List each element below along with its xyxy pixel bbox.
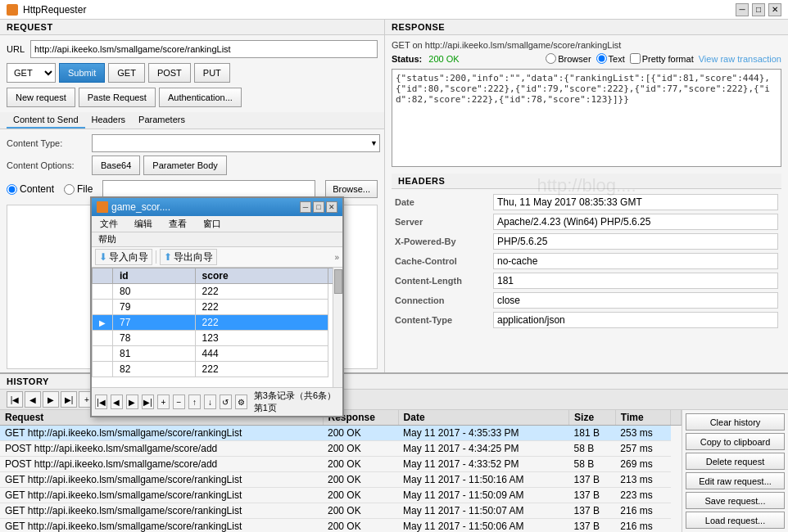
popup-toolbar: ⬇ 导入向导 ⬆ 导出向导 » bbox=[92, 247, 342, 268]
row-id: 79 bbox=[113, 300, 196, 315]
post-button[interactable]: POST bbox=[148, 63, 191, 83]
submit-button[interactable]: Submit bbox=[59, 63, 105, 83]
save-request-button[interactable]: Save request... bbox=[686, 492, 785, 509]
base64-button[interactable]: Base64 bbox=[92, 156, 140, 175]
menu-window[interactable]: 窗口 bbox=[195, 216, 229, 232]
content-type-select[interactable] bbox=[92, 134, 380, 152]
history-row[interactable]: GET http://api.ikeeko.lsm/smallgame/scor… bbox=[0, 472, 682, 488]
popup-next-btn[interactable]: ▶ bbox=[126, 394, 138, 409]
history-time: 257 ms bbox=[615, 441, 670, 457]
row-score: 222 bbox=[195, 315, 328, 331]
minimize-button[interactable]: ─ bbox=[736, 3, 749, 16]
row-id: 82 bbox=[113, 362, 196, 377]
scrollbar-thumb[interactable] bbox=[334, 269, 342, 294]
edit-raw-button[interactable]: Edit raw request... bbox=[686, 472, 785, 489]
new-request-button[interactable]: New request bbox=[7, 88, 75, 107]
tab-parameters[interactable]: Parameters bbox=[132, 112, 192, 128]
popup-close-btn[interactable]: ✕ bbox=[326, 201, 337, 213]
popup-delete-row-btn[interactable]: − bbox=[173, 394, 185, 409]
table-scrollbar[interactable] bbox=[333, 268, 342, 387]
url-row: URL bbox=[7, 40, 378, 58]
popup-menu-bar: 文件 编辑 查看 窗口 bbox=[92, 216, 342, 232]
history-row[interactable]: POST http://api.ikeeko.lsm/smallgame/sco… bbox=[0, 441, 682, 457]
history-size: 137 B bbox=[569, 472, 616, 488]
table-row[interactable]: ▶ 77 222 bbox=[93, 315, 342, 331]
view-raw-link[interactable]: View raw transaction bbox=[699, 54, 781, 64]
popup-more-btn[interactable]: » bbox=[334, 253, 339, 262]
popup-prev-btn[interactable]: ◀ bbox=[111, 394, 123, 409]
popup-app-icon bbox=[97, 201, 108, 213]
history-date: May 11 2017 - 4:34:25 PM bbox=[398, 441, 569, 457]
popup-up-row-btn[interactable]: ↑ bbox=[188, 394, 201, 409]
id-col-header: id bbox=[113, 268, 196, 284]
popup-settings-btn[interactable]: ⚙ bbox=[235, 394, 247, 409]
delete-request-button[interactable]: Delete request bbox=[686, 453, 785, 470]
popup-refresh-btn[interactable]: ↺ bbox=[220, 394, 232, 409]
status-label: Status: bbox=[392, 54, 422, 64]
history-first-btn[interactable]: |◀ bbox=[7, 391, 23, 408]
authentication-button[interactable]: Authentication... bbox=[159, 88, 242, 107]
file-radio[interactable]: File bbox=[64, 183, 93, 195]
response-url: GET on http://api.ikeeko.lsm/smallgame/s… bbox=[392, 38, 781, 52]
content-input[interactable] bbox=[102, 180, 315, 198]
clear-history-button[interactable]: Clear history bbox=[686, 413, 785, 431]
popup-first-btn[interactable]: |◀ bbox=[95, 394, 107, 409]
popup-minimize-btn[interactable]: ─ bbox=[300, 201, 311, 213]
content-radio[interactable]: Content bbox=[7, 183, 54, 195]
history-response: 200 OK bbox=[323, 441, 398, 457]
browse-button[interactable]: Browse... bbox=[325, 180, 378, 198]
history-row[interactable]: GET http://api.ikeeko.lsm/smallgame/scor… bbox=[0, 519, 682, 533]
history-date: May 11 2017 - 11:50:09 AM bbox=[398, 488, 569, 503]
history-date: May 11 2017 - 11:50:06 AM bbox=[398, 519, 569, 533]
browser-radio[interactable]: Browser bbox=[546, 53, 591, 64]
history-response: 200 OK bbox=[323, 488, 398, 503]
popup-maximize-btn[interactable]: □ bbox=[313, 201, 324, 213]
copy-clipboard-button[interactable]: Copy to clipboard bbox=[686, 433, 785, 450]
paste-request-button[interactable]: Paste Request bbox=[79, 88, 156, 107]
history-request: GET http://api.ikeeko.lsm/smallgame/scor… bbox=[0, 472, 323, 488]
menu-edit[interactable]: 编辑 bbox=[126, 216, 161, 232]
popup-last-btn[interactable]: ▶| bbox=[142, 394, 154, 409]
history-last-btn[interactable]: ▶| bbox=[61, 391, 77, 408]
history-row[interactable]: GET http://api.ikeeko.lsm/smallgame/scor… bbox=[0, 488, 682, 503]
maximize-button[interactable]: □ bbox=[752, 3, 765, 16]
menu-view[interactable]: 查看 bbox=[161, 216, 195, 232]
parameter-body-button[interactable]: Parameter Body bbox=[143, 156, 226, 175]
table-row[interactable]: 80 222 bbox=[93, 284, 342, 300]
content-options-row: Content Options: Base64 Parameter Body bbox=[0, 154, 384, 177]
popup-down-row-btn[interactable]: ↓ bbox=[204, 394, 216, 409]
table-row[interactable]: 82 222 bbox=[93, 362, 342, 377]
header-row: Cache-Control no-cache bbox=[392, 251, 781, 271]
pretty-radio[interactable]: Pretty format bbox=[630, 53, 694, 64]
history-row[interactable]: GET http://api.ikeeko.lsm/smallgame/scor… bbox=[0, 426, 682, 441]
get-button[interactable]: GET bbox=[108, 63, 145, 83]
tab-content-to-send[interactable]: Content to Send bbox=[7, 112, 85, 128]
url-input[interactable] bbox=[30, 40, 378, 58]
header-name: Content-Type bbox=[392, 310, 490, 330]
history-row[interactable]: GET http://api.ikeeko.lsm/smallgame/scor… bbox=[0, 503, 682, 519]
history-table: Request Response Date Size Time GET http… bbox=[0, 410, 682, 532]
history-row[interactable]: POST http://api.ikeeko.lsm/smallgame/sco… bbox=[0, 457, 682, 472]
popup-bottom-toolbar: |◀ ◀ ▶ ▶| + − ↑ ↓ ↺ ⚙ 第3条记录（共6条）第1页 bbox=[92, 387, 342, 416]
history-prev-btn[interactable]: ◀ bbox=[25, 391, 41, 408]
export-wizard-btn[interactable]: ⬆ 导出向导 bbox=[160, 249, 217, 265]
history-request: GET http://api.ikeeko.lsm/smallgame/scor… bbox=[0, 426, 323, 441]
table-row[interactable]: 81 444 bbox=[93, 346, 342, 362]
load-request-button[interactable]: Load request... bbox=[686, 512, 785, 529]
close-button[interactable]: ✕ bbox=[768, 3, 781, 16]
tab-headers[interactable]: Headers bbox=[85, 112, 133, 128]
popup-add-row-btn[interactable]: + bbox=[157, 394, 170, 409]
put-button[interactable]: PUT bbox=[194, 63, 230, 83]
table-row[interactable]: 79 222 bbox=[93, 300, 342, 315]
header-value: Thu, 11 May 2017 08:35:33 GMT bbox=[490, 192, 781, 212]
header-value: close bbox=[490, 291, 781, 310]
menu-help[interactable]: 帮助 bbox=[98, 233, 116, 245]
method-row: GET POST PUT Submit GET POST PUT bbox=[7, 63, 378, 83]
method-select[interactable]: GET POST PUT bbox=[7, 63, 56, 83]
col-size: Size bbox=[569, 410, 616, 426]
import-wizard-btn[interactable]: ⬇ 导入向导 bbox=[95, 249, 152, 265]
table-row[interactable]: 78 123 bbox=[93, 331, 342, 346]
text-radio[interactable]: Text bbox=[596, 53, 625, 64]
history-next-btn[interactable]: ▶ bbox=[43, 391, 59, 408]
menu-file[interactable]: 文件 bbox=[92, 216, 126, 232]
